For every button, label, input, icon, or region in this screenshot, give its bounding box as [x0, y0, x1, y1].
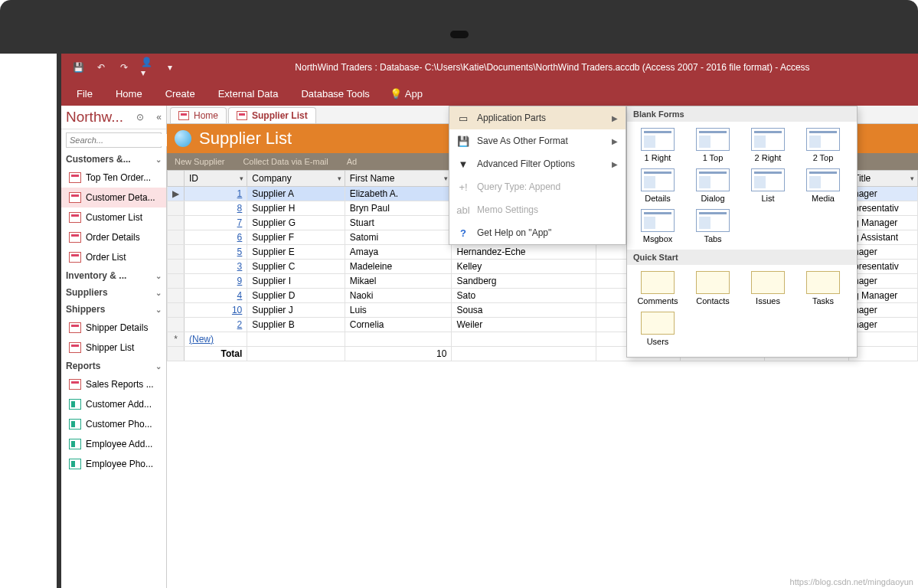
gallery-item[interactable]: Issues [740, 268, 795, 309]
form-icon [237, 111, 247, 120]
user-icon[interactable]: 👤▾ [141, 61, 153, 74]
form-icon [69, 252, 81, 263]
save-icon[interactable]: 💾 [72, 61, 84, 74]
app-menu[interactable]: ▭Application Parts▶💾Save As Other Format… [449, 106, 626, 245]
nav-group[interactable]: Suppliers⌄ [61, 284, 166, 301]
form-icon [69, 172, 81, 183]
form-icon [178, 111, 189, 120]
nav-group[interactable]: Shippers⌄ [61, 301, 166, 318]
nav-group[interactable]: Customers &...⌄ [61, 151, 166, 168]
nav-item[interactable]: Customer Deta... [61, 188, 166, 207]
nav-item[interactable]: Sales Reports ... [61, 374, 166, 394]
nav-search[interactable]: 🔍 [66, 132, 162, 148]
gallery-thumb-icon [641, 209, 675, 232]
report-icon [69, 439, 81, 449]
gallery-item[interactable]: Contacts [685, 268, 740, 309]
menu-item[interactable]: 💾Save As Other Format▶ [449, 129, 626, 152]
tab-database-tools[interactable]: Database Tools [298, 83, 372, 104]
gallery-item[interactable]: Details [630, 165, 685, 206]
gallery-thumb-icon [751, 128, 785, 151]
lightbulb-icon: 💡 [390, 88, 402, 100]
tab-create[interactable]: Create [162, 83, 198, 104]
menu-item[interactable]: ?Get Help on "App" [449, 221, 626, 244]
quick-access-toolbar: 💾 ↶ ↷ 👤▾ ▾ [61, 61, 187, 74]
report-icon [69, 419, 81, 430]
nav-group[interactable]: Inventory & ...⌄ [61, 267, 166, 284]
report-icon [69, 399, 81, 410]
title-bar: 💾 ↶ ↷ 👤▾ ▾ NorthWind Traders : Database-… [61, 54, 918, 81]
nav-group[interactable]: Reports⌄ [61, 358, 166, 374]
nav-item[interactable]: Top Ten Order... [61, 168, 166, 188]
column-header[interactable]: ID▾ [185, 171, 247, 187]
column-header[interactable]: Title▾ [849, 171, 918, 187]
nav-item[interactable]: Customer Add... [61, 394, 166, 414]
gallery-item[interactable]: Tabs [685, 206, 740, 247]
cmd-new-supplier[interactable]: New Supplier [175, 157, 224, 166]
gallery-item[interactable]: Users [630, 309, 685, 349]
watermark: https://blog.csdn.net/mingdaoyun [790, 577, 913, 586]
menu-item[interactable]: ▭Application Parts▶ [449, 106, 626, 129]
menu-icon: ? [457, 227, 469, 239]
menu-item[interactable]: ▼Advanced Filter Options▶ [449, 152, 626, 175]
redo-icon[interactable]: ↷ [118, 61, 130, 74]
gallery-thumb-icon [641, 312, 675, 335]
nav-item[interactable]: Shipper Details [61, 318, 166, 338]
form-icon [69, 342, 81, 353]
tab-external-data[interactable]: External Data [215, 83, 282, 104]
tell-me[interactable]: 💡App [390, 88, 423, 100]
nav-item[interactable]: Order List [61, 247, 166, 267]
gallery-section-title: Quick Start [627, 250, 857, 265]
gallery-item[interactable]: 1 Right [630, 125, 685, 165]
tab-file[interactable]: File [74, 83, 96, 104]
gallery-item[interactable]: 2 Right [740, 125, 795, 165]
cmd-collect-data[interactable]: Collect Data via E-mail [243, 157, 328, 166]
gallery-section-title: Blank Forms [627, 106, 857, 122]
form-icon [69, 192, 81, 203]
gallery-item[interactable]: Tasks [795, 268, 851, 309]
document-tab[interactable]: Supplier List [228, 107, 316, 123]
nav-item[interactable]: Employee Pho... [61, 454, 166, 474]
column-header[interactable]: First Name▾ [345, 171, 452, 187]
ribbon-tabs: File Home Create External Data Database … [61, 81, 918, 106]
nav-collapse-icon[interactable]: « [156, 112, 162, 122]
form-icon [69, 212, 81, 223]
undo-icon[interactable]: ↶ [95, 61, 107, 74]
gallery-item[interactable]: Comments [630, 268, 685, 309]
form-icon [69, 379, 81, 390]
nav-item[interactable]: Shipper List [61, 338, 166, 358]
navigation-pane: Northw... ⊙ « 🔍 Customers &...⌄Top Ten O… [61, 106, 167, 588]
gallery-thumb-icon [751, 168, 785, 191]
column-header[interactable]: Company▾ [247, 171, 345, 187]
gallery-thumb-icon [751, 271, 785, 294]
nav-item[interactable]: Order Details [61, 227, 166, 247]
document-tab[interactable]: Home [170, 107, 227, 123]
nav-item[interactable]: Customer Pho... [61, 414, 166, 434]
search-input[interactable] [67, 134, 179, 146]
globe-icon [175, 130, 191, 147]
menu-icon: ▼ [457, 158, 469, 170]
menu-icon: +! [457, 181, 469, 193]
gallery-item[interactable]: 2 Top [795, 125, 851, 165]
gallery-thumb-icon [806, 168, 840, 191]
nav-dropdown-icon[interactable]: ⊙ [136, 112, 144, 122]
cmd-add[interactable]: Ad [347, 157, 357, 166]
nav-item[interactable]: Employee Add... [61, 434, 166, 454]
gallery-thumb-icon [641, 271, 675, 294]
gallery-thumb-icon [696, 209, 730, 232]
gallery-thumb-icon [641, 168, 675, 191]
application-parts-gallery[interactable]: Blank Forms1 Right1 Top2 Right2 TopDetai… [626, 106, 858, 358]
gallery-item[interactable]: Msgbox [630, 206, 685, 247]
gallery-item[interactable]: Media [795, 165, 851, 206]
gallery-item[interactable]: List [740, 165, 795, 206]
qat-more-icon[interactable]: ▾ [164, 61, 176, 74]
menu-item: +!Query Type: Append [449, 175, 626, 198]
gallery-thumb-icon [696, 271, 730, 294]
menu-item: ablMemo Settings [449, 198, 626, 221]
gallery-item[interactable]: Dialog [685, 165, 740, 206]
menu-icon: 💾 [457, 135, 469, 147]
nav-title: Northw... [66, 109, 123, 126]
tab-home[interactable]: Home [113, 83, 145, 104]
report-icon [69, 459, 81, 469]
gallery-item[interactable]: 1 Top [685, 125, 740, 165]
nav-item[interactable]: Customer List [61, 207, 166, 227]
